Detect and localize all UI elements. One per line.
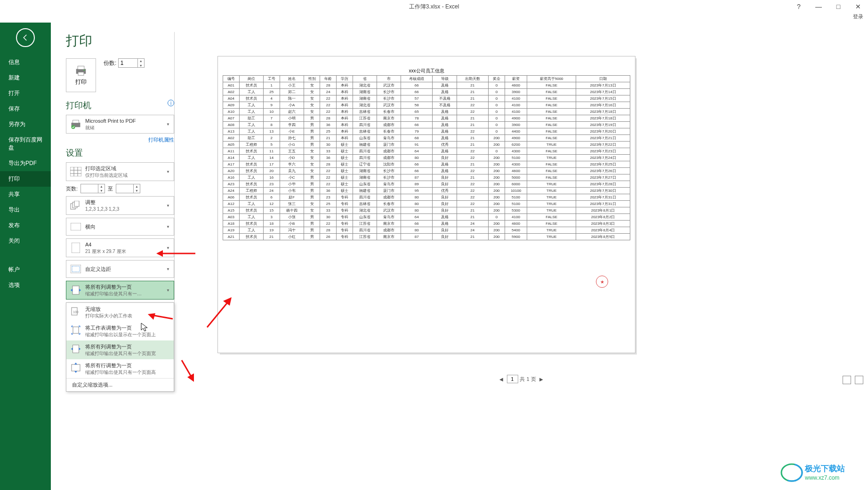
page-range-label: 页数: <box>66 185 78 192</box>
scaling-options-popup: 100 无缩放打印实际大小的工作表 将工作表调整为一页缩减打印输出以显示在一个页… <box>66 302 174 392</box>
landscape-icon <box>69 220 82 233</box>
chevron-down-icon: ▼ <box>165 288 171 292</box>
collate-dropdown[interactable]: 调整 1,2,3 1,2,3 1,2,3 ▼ <box>66 196 174 215</box>
chevron-down-icon: ▼ <box>165 246 171 250</box>
margins-icon <box>69 262 82 276</box>
orientation-title: 横向 <box>85 223 165 230</box>
svg-rect-7 <box>70 167 81 176</box>
scaling-option-fit-sheet[interactable]: 将工作表调整为一页缩减打印输出以显示在一个页面上 <box>66 322 174 340</box>
paper-title: A4 <box>85 241 165 248</box>
chevron-down-icon: ▼ <box>165 204 171 208</box>
collate-sub: 1,2,3 1,2,3 1,2,3 <box>85 206 165 212</box>
minimize-button[interactable]: — <box>809 0 828 13</box>
svg-rect-22 <box>73 327 79 333</box>
sidebar-item-publish[interactable]: 发布 <box>0 218 51 233</box>
chevron-down-icon: ▼ <box>165 225 171 229</box>
fit-columns-icon <box>70 343 81 355</box>
help-button[interactable]: ? <box>789 0 809 13</box>
collate-title: 调整 <box>85 199 165 205</box>
pager-current[interactable] <box>506 375 518 383</box>
sidebar-item-close[interactable]: 关闭 <box>0 233 51 249</box>
backstage-sidebar: 信息 新建 打开 保存 另存为 保存到百度网盘 导出为PDF 打印 共享 导出 … <box>0 23 51 490</box>
login-link[interactable]: 登录 <box>853 14 863 19</box>
svg-rect-15 <box>71 223 81 230</box>
sidebar-item-info[interactable]: 信息 <box>0 55 51 70</box>
print-button-label: 打印 <box>75 78 87 86</box>
print-button[interactable]: 打印 <box>66 58 96 92</box>
scaling-title: 将所有列调整为一页 <box>85 284 165 290</box>
sidebar-item-new[interactable]: 新建 <box>0 70 51 86</box>
print-area-dropdown[interactable]: 打印选定区域 仅打印当前选定区域 ▼ <box>66 162 174 181</box>
scaling-option-fit-rows[interactable]: 将所有行调整为一页缩减打印输出使其只有一个页面高 <box>66 359 174 378</box>
close-button[interactable]: ✕ <box>848 0 868 13</box>
svg-rect-14 <box>74 201 79 206</box>
pager-total: 共 1 页 <box>520 376 536 383</box>
preview-table: 编号岗位工号姓名性别年龄学历省市考核成绩等级出勤天数奖金薪资薪资高于5000日期… <box>223 75 630 240</box>
page-from-input[interactable] <box>81 184 98 193</box>
sidebar-item-account[interactable]: 帐户 <box>0 262 51 277</box>
scaling-option-none[interactable]: 100 无缩放打印实际大小的工作表 <box>66 303 174 322</box>
svg-rect-2 <box>78 72 84 75</box>
collate-icon <box>69 199 82 212</box>
sidebar-item-options[interactable]: 选项 <box>0 277 51 293</box>
svg-rect-1 <box>78 66 84 69</box>
titlebar: 工作簿3.xlsx - Excel ? — □ ✕ <box>0 0 868 13</box>
scaling-sub: 缩减打印输出使其只有一… <box>85 291 165 297</box>
preview-table-title: xxx公司员工信息 <box>223 68 630 74</box>
sidebar-item-open[interactable]: 打开 <box>0 86 51 101</box>
scaling-dropdown[interactable]: 将所有列调整为一页 缩减打印输出使其只有一… ▼ <box>66 281 174 300</box>
print-preview-pane: xxx公司员工信息 编号岗位工号姓名性别年龄学历省市考核成绩等级出勤天数奖金薪资… <box>174 32 868 392</box>
printer-status: 就绪 <box>85 125 165 131</box>
margins-dropdown[interactable]: 自定义边距 ▼ <box>66 260 174 278</box>
svg-text:100: 100 <box>73 310 79 314</box>
paper-dropdown[interactable]: A4 21 厘米 x 29.7 厘米 ▼ <box>66 238 174 257</box>
printer-status-icon <box>69 118 82 131</box>
no-scaling-icon: 100 <box>70 306 81 317</box>
fit-rows-icon <box>70 362 81 373</box>
sidebar-item-exportpdf[interactable]: 导出为PDF <box>0 156 51 171</box>
spinner-up[interactable]: ▲ <box>137 58 144 63</box>
svg-rect-5 <box>73 120 79 123</box>
pager-next[interactable]: ▶ <box>538 376 545 382</box>
zoom-to-page-icon[interactable] <box>843 376 851 384</box>
spinner-down[interactable]: ▼ <box>137 63 144 68</box>
printer-icon <box>74 65 88 76</box>
printer-name: Microsoft Print to PDF <box>85 118 165 124</box>
copies-input[interactable]: ▲▼ <box>118 58 145 68</box>
chevron-down-icon: ▼ <box>165 267 171 271</box>
sidebar-item-share[interactable]: 共享 <box>0 187 51 202</box>
page-to-input[interactable] <box>116 184 133 193</box>
orientation-dropdown[interactable]: 横向 ▼ <box>66 218 174 236</box>
show-margins-icon[interactable] <box>855 376 863 384</box>
maximize-button[interactable]: □ <box>828 0 848 13</box>
fit-columns-icon <box>69 284 82 297</box>
chevron-down-icon: ▼ <box>165 170 171 174</box>
copies-label: 份数: <box>104 60 116 66</box>
sidebar-item-export[interactable]: 导出 <box>0 202 51 218</box>
printer-properties-link[interactable]: 打印机属性 <box>148 137 174 142</box>
back-button[interactable] <box>16 28 35 47</box>
sidebar-item-saveas[interactable]: 另存为 <box>0 117 51 132</box>
fit-sheet-icon <box>70 324 81 336</box>
svg-rect-16 <box>72 243 80 253</box>
pager-prev[interactable]: ◀ <box>498 376 505 382</box>
page-range-to: 至 <box>108 185 113 192</box>
sidebar-item-baidu[interactable]: 保存到百度网盘 <box>0 132 51 156</box>
sidebar-item-print[interactable]: 打印 <box>0 171 51 187</box>
custom-scaling-link[interactable]: 自定义缩放选项... <box>66 378 174 391</box>
print-area-title: 打印选定区域 <box>85 165 165 172</box>
settings-section-title: 设置 <box>66 147 174 158</box>
preview-page: xxx公司员工信息 编号岗位工号姓名性别年龄学历省市考核成绩等级出勤天数奖金薪资… <box>218 56 635 353</box>
copies-field[interactable] <box>119 60 137 66</box>
grid-icon <box>69 165 82 178</box>
sidebar-item-save[interactable]: 保存 <box>0 101 51 117</box>
scaling-option-fit-columns[interactable]: 将所有列调整为一页缩减打印输出使其只有一个页面宽 <box>66 340 174 359</box>
printer-info-icon[interactable]: i <box>168 100 174 106</box>
svg-rect-24 <box>72 364 80 371</box>
svg-point-3 <box>84 69 85 71</box>
printer-section-title: 打印机 <box>66 100 174 111</box>
pager: ◀ 共 1 页 ▶ <box>498 375 544 383</box>
svg-point-6 <box>72 125 75 129</box>
printer-dropdown[interactable]: Microsoft Print to PDF 就绪 ▼ <box>66 115 174 134</box>
page-icon <box>69 241 82 254</box>
